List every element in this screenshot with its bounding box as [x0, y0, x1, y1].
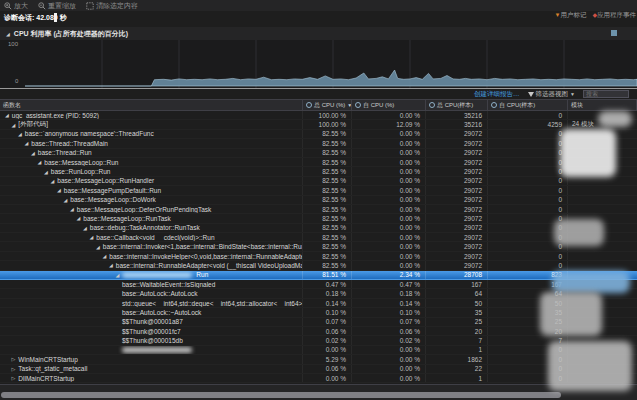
- expanded-tree-arrow-icon[interactable]: ◢: [96, 244, 100, 250]
- table-row[interactable]: ◢base::MessageLoop::DeferOrRunPendingTas…: [0, 205, 637, 214]
- cpu-utilization-area-chart[interactable]: [25, 40, 637, 88]
- function-name-cell: ◢base::internal::Invoker<1,base::interna…: [0, 242, 303, 250]
- expanded-tree-arrow-icon[interactable]: ◢: [31, 150, 35, 156]
- table-row[interactable]: ◢base::internal::RunnableAdapter<void (_…: [0, 261, 637, 270]
- table-row[interactable]: ▷WinMainCRTStartup5.29 %0.00 %18620: [0, 355, 637, 364]
- table-row[interactable]: ◢Run81.51 %2.34 %28708823: [0, 271, 637, 280]
- self-cpu-samples: 0: [488, 149, 568, 157]
- section-expanded-arrow-icon[interactable]: ◢: [6, 31, 10, 37]
- expanded-tree-arrow-icon[interactable]: ◢: [25, 140, 29, 146]
- search-input[interactable]: [583, 90, 629, 98]
- table-row[interactable]: ◢[外部代码]100.00 %12.09 %35216425924 模块: [0, 120, 637, 129]
- self-cpu-pct: 0.00 %: [352, 149, 426, 157]
- self-cpu-pct: 0.00 %: [352, 261, 426, 269]
- table-row[interactable]: base::WaitableEvent::IsSignaled0.47 %0.4…: [0, 280, 637, 289]
- expanded-tree-arrow-icon[interactable]: ◢: [18, 131, 22, 137]
- zoom-in-button[interactable]: 放大: [4, 1, 28, 11]
- self-cpu-samples: 0: [488, 167, 568, 175]
- table-row[interactable]: ◢base::internal::InvokeHelper<0,void,bas…: [0, 252, 637, 261]
- expanded-tree-arrow-icon[interactable]: ◢: [5, 112, 9, 118]
- function-name: std::queue<__int64,std::deque<__int64,st…: [122, 300, 303, 307]
- collapsed-tree-arrow-icon[interactable]: ▷: [12, 366, 16, 372]
- total-cpu-pct: 0.06 %: [303, 365, 352, 373]
- function-name: WinMainCRTStartup: [18, 356, 77, 363]
- total-cpu-pct: 82.55 %: [303, 149, 352, 157]
- table-row[interactable]: ◢base::Thread::Run82.55 %0.00 %290720: [0, 149, 637, 158]
- expanded-tree-arrow-icon[interactable]: ◢: [103, 253, 107, 259]
- table-row[interactable]: base::AutoLock::AutoLock0.18 %0.18 %6464: [0, 289, 637, 298]
- column-header-1[interactable]: 总 CPU (%)▼: [303, 100, 352, 110]
- column-header-label: 自 CPU (%): [363, 101, 394, 110]
- cpu-utilization-section-header[interactable]: ◢ CPU 利用率 (占所有处理器的百分比): [0, 27, 637, 41]
- filter-view-dropdown[interactable]: 筛选器视图 ▼: [528, 90, 575, 99]
- table-row[interactable]: 0.00 %0.00 %10: [0, 346, 637, 355]
- total-cpu-samples: 35216: [426, 111, 488, 119]
- expanded-tree-arrow-icon[interactable]: ◢: [38, 159, 42, 165]
- expanded-tree-arrow-icon[interactable]: ◢: [64, 197, 68, 203]
- total-cpu-pct: 82.55 %: [303, 139, 352, 147]
- self-cpu-pct: 0.00 %: [352, 242, 426, 250]
- module: [568, 318, 637, 326]
- expanded-tree-arrow-icon[interactable]: ◢: [83, 225, 87, 231]
- module: [568, 261, 637, 269]
- expanded-tree-arrow-icon[interactable]: ◢: [77, 215, 81, 221]
- detail-toolbar: 创建详细报告… 筛选器视图 ▼: [0, 89, 637, 99]
- column-header-3[interactable]: 总 CPU(样本): [426, 100, 488, 110]
- clear-selection-button[interactable]: 清除选定内容: [86, 1, 138, 11]
- table-row[interactable]: base::AutoLock::~AutoLock0.10 %0.10 %353…: [0, 308, 637, 317]
- column-header-4[interactable]: 自 CPU(样本): [488, 100, 568, 110]
- expanded-tree-arrow-icon[interactable]: ◢: [44, 169, 48, 175]
- table-row[interactable]: ◢base::MessageLoop::DoWork82.55 %0.00 %2…: [0, 196, 637, 205]
- timeline-playhead[interactable]: [54, 13, 57, 22]
- table-row[interactable]: ◢base::MessageLoop::Run82.55 %0.00 %2907…: [0, 158, 637, 167]
- table-row[interactable]: ◢base::MessagePumpDefault::Run82.55 %0.0…: [0, 186, 637, 195]
- total-cpu-samples: 29072: [426, 214, 488, 222]
- table-row[interactable]: ◢ugc_assistant.exe (PID: 5092)100.00 %0.…: [0, 111, 637, 120]
- table-row[interactable]: $$Thunk@00001a870.07 %0.07 %2525: [0, 318, 637, 327]
- collapsed-tree-arrow-icon[interactable]: ▷: [12, 375, 16, 381]
- table-row[interactable]: ◢base::MessageLoop::RunHandler82.55 %0.0…: [0, 177, 637, 186]
- cpu-metric-icon: [355, 102, 361, 108]
- self-cpu-samples: 35: [488, 308, 568, 316]
- redacted-function-name: [122, 272, 192, 278]
- function-name: base::internal::Invoker<1,base::internal…: [103, 243, 303, 250]
- table-row[interactable]: ◢base::internal::Invoker<1,base::interna…: [0, 242, 637, 251]
- expanded-tree-arrow-icon[interactable]: ◢: [116, 272, 120, 278]
- table-row[interactable]: ◢base::Callback<void __cdecl(void)>::Run…: [0, 233, 637, 242]
- column-header-0[interactable]: 函数名: [0, 100, 303, 110]
- reset-zoom-button[interactable]: 重置缩放: [38, 1, 76, 11]
- function-name-cell: ◢base::Thread::ThreadMain: [0, 139, 303, 147]
- self-cpu-pct: 0.00 %: [352, 224, 426, 232]
- redacted-function-name: [122, 347, 192, 353]
- total-cpu-samples: 29072: [426, 205, 488, 213]
- table-row[interactable]: ◢base::RunLoop::Run82.55 %0.00 %290720: [0, 167, 637, 176]
- self-cpu-pct: 0.07 %: [352, 318, 426, 326]
- expanded-tree-arrow-icon[interactable]: ◢: [57, 187, 61, 193]
- table-row[interactable]: ▷DllMainCRTStartup0.00 %0.00 %10: [0, 374, 637, 383]
- table-row[interactable]: $$Thunk@00001fc70.06 %0.06 %2020: [0, 327, 637, 336]
- expanded-tree-arrow-icon[interactable]: ◢: [109, 262, 113, 268]
- table-row[interactable]: ◢base::debug::TaskAnnotator::RunTask82.5…: [0, 224, 637, 233]
- expanded-tree-arrow-icon[interactable]: ◢: [12, 122, 16, 128]
- expanded-tree-arrow-icon[interactable]: ◢: [90, 234, 94, 240]
- total-cpu-pct: 0.02 %: [303, 336, 352, 344]
- column-header-label: 总 CPU (%): [314, 101, 345, 110]
- self-cpu-pct: 0.06 %: [352, 327, 426, 335]
- self-cpu-samples: 0: [488, 177, 568, 185]
- column-header-5[interactable]: 模块: [568, 100, 637, 110]
- table-row[interactable]: ◢base::Thread::ThreadMain82.55 %0.00 %29…: [0, 139, 637, 148]
- table-row[interactable]: ◢base::`anonymous namespace'::ThreadFunc…: [0, 130, 637, 139]
- table-row[interactable]: ▷Task::qt_static_metacall0.06 %0.00 %220: [0, 365, 637, 374]
- expanded-tree-arrow-icon[interactable]: ◢: [70, 206, 74, 212]
- module: [568, 139, 637, 147]
- function-name-cell: ▷DllMainCRTStartup: [0, 374, 303, 382]
- horizontal-scrollbar-thumb[interactable]: [1, 392, 561, 398]
- table-row[interactable]: ◢base::MessageLoop::RunTask82.55 %0.00 %…: [0, 214, 637, 223]
- create-detailed-report-link[interactable]: 创建详细报告…: [474, 90, 520, 99]
- table-row[interactable]: $$Thunk@000015db0.02 %0.02 %77: [0, 336, 637, 345]
- table-row[interactable]: std::queue<__int64,std::deque<__int64,st…: [0, 299, 637, 308]
- column-header-2[interactable]: 自 CPU (%): [352, 100, 426, 110]
- expanded-tree-arrow-icon[interactable]: ◢: [51, 178, 55, 184]
- collapsed-tree-arrow-icon[interactable]: ▷: [12, 356, 16, 362]
- self-cpu-pct: 0.00 %: [352, 346, 426, 354]
